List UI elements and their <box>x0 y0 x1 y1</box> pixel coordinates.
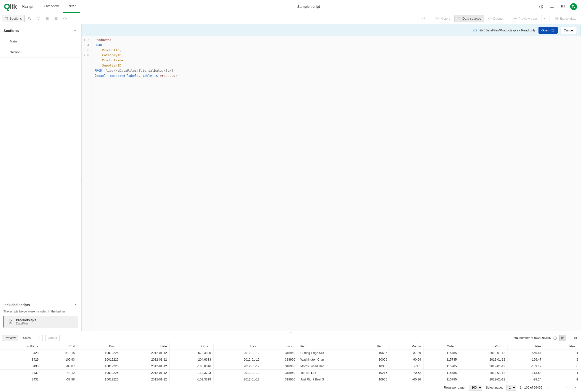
column-header[interactable]: Orde… <box>424 343 459 350</box>
table-cell: -71.1 <box>390 363 424 370</box>
first-page-button[interactable] <box>546 385 551 390</box>
svg-point-37 <box>475 29 475 30</box>
column-header[interactable]: Sales… <box>544 343 581 350</box>
included-scripts-header[interactable]: Included scripts <box>0 300 81 310</box>
included-scripts-title: Included scripts <box>4 303 30 307</box>
table-cell: 2012-01-12 <box>459 350 508 356</box>
table-cell: 2012-01-12 <box>459 356 508 363</box>
code-editor[interactable]: 1 2 3 4 5 6 7 8 Products: LOAD ProductID… <box>82 36 581 331</box>
outdent-button[interactable] <box>52 15 60 22</box>
info-icon[interactable] <box>553 336 557 340</box>
output-tab[interactable]: Output <box>45 335 60 341</box>
column-header[interactable]: ↑≡%KEY <box>0 343 41 350</box>
page-title: Sample script <box>80 5 538 8</box>
table-row[interactable]: 3431-43.12100122262012-01-12-118.3703201… <box>0 370 581 376</box>
apps-icon[interactable] <box>559 3 566 10</box>
table-cell: 2012-01-12 <box>459 376 508 383</box>
svg-rect-51 <box>576 338 577 339</box>
table-cell: Moms Sliced Han <box>298 363 355 370</box>
sections-header: Sections <box>0 24 81 36</box>
view-grid-icon[interactable] <box>572 335 579 341</box>
horizontal-resize-handle[interactable]: ═ <box>0 331 581 333</box>
prev-page-button[interactable] <box>554 385 560 390</box>
view-list-icon[interactable] <box>566 335 572 341</box>
table-cell: 2012-01-12 <box>214 376 262 383</box>
sections-toggle[interactable]: Sections <box>2 15 24 22</box>
comment-button[interactable] <box>35 15 42 22</box>
table-row[interactable]: 3430-88.07100122262012-01-12-165.8016201… <box>0 363 581 370</box>
column-header[interactable]: Cust… <box>78 343 121 350</box>
column-header[interactable]: Invoi… <box>262 343 298 350</box>
toolbar-help-button[interactable] <box>62 15 69 22</box>
table-cell: -550.44 <box>508 350 544 356</box>
column-header[interactable]: Item … <box>355 343 390 350</box>
data-sources-button[interactable]: Data sources <box>454 15 484 22</box>
table-cell: -37.29 <box>390 350 424 356</box>
included-script-name: Products.qvs <box>16 318 36 322</box>
table-row[interactable]: 3432-37.98100122262012-01-12-102.3319201… <box>0 376 581 383</box>
debug-label: Debug <box>493 17 502 20</box>
svg-point-23 <box>458 17 460 18</box>
table-cell: Cutting Edge Slic <box>298 350 355 356</box>
info-icon <box>473 28 477 32</box>
debug-button[interactable]: Debug <box>486 15 505 22</box>
select-page-select[interactable]: 1 <box>506 385 516 391</box>
column-header[interactable]: Prom… <box>459 343 508 350</box>
search-button[interactable] <box>26 15 34 22</box>
indent-button[interactable] <box>44 15 51 22</box>
sections-list: Main Section <box>0 36 81 58</box>
help-icon[interactable] <box>538 3 545 10</box>
column-header[interactable]: Item … <box>298 343 355 350</box>
table-cell: -102.3319 <box>170 376 214 383</box>
view-table-icon[interactable] <box>560 335 566 341</box>
add-section-button[interactable] <box>72 27 78 33</box>
included-script-card[interactable]: Products.qvs DataFiles <box>4 316 78 328</box>
table-row[interactable]: 3429-105.93100122262012-01-12-204.663820… <box>0 356 581 363</box>
pager: Rows per page: 100 Select page: 1 1 - 10… <box>0 383 581 392</box>
last-page-button[interactable] <box>572 385 578 390</box>
next-page-button[interactable] <box>563 385 569 390</box>
column-header[interactable]: Gros… <box>170 343 214 350</box>
preview-dropdown[interactable] <box>541 15 547 22</box>
section-item-section[interactable]: Section <box>0 47 81 58</box>
preview-panel: Preview Sales Output Total number of row… <box>0 333 581 392</box>
preview-data-button[interactable]: Preview data <box>510 15 540 22</box>
table-cell: 115785 <box>424 350 459 356</box>
preview-table-wrap[interactable]: ↑≡%KEYCostCust…DateGros…Invoi…Invoi…Item… <box>0 343 581 383</box>
export-data-button[interactable]: Export data <box>552 15 579 22</box>
redo-button[interactable] <box>420 15 428 22</box>
preview-table-select[interactable]: Sales <box>21 335 42 341</box>
column-header[interactable]: Margin <box>390 343 424 350</box>
column-header[interactable]: Cost <box>41 343 78 350</box>
table-cell: 2012-01-12 <box>214 370 262 376</box>
column-header[interactable]: Date <box>121 343 169 350</box>
svg-rect-11 <box>5 17 8 20</box>
code-content[interactable]: Products: LOAD ProductID, CategoryID, Pr… <box>92 36 182 331</box>
table-cell: 318960 <box>262 350 298 356</box>
table-cell: 3430 <box>0 363 41 370</box>
rows-per-page-select[interactable]: 100 <box>469 385 482 391</box>
table-cell: 115785 <box>424 356 459 363</box>
tab-editor[interactable]: Editor <box>63 0 80 13</box>
sidebar-resize-handle[interactable]: || <box>80 178 82 184</box>
svg-point-1 <box>541 7 541 7</box>
section-item-main[interactable]: Main <box>0 36 81 47</box>
rows-per-page-label: Rows per page: <box>444 386 466 389</box>
notice-path: lib://DataFiles/Products.qvs - Read only <box>480 28 536 32</box>
history-button[interactable]: History <box>432 15 453 22</box>
preview-tab[interactable]: Preview <box>2 335 18 341</box>
avatar[interactable]: TL <box>570 3 577 10</box>
column-header[interactable]: Invoi… <box>214 343 262 350</box>
bell-icon[interactable] <box>548 3 556 10</box>
cancel-button[interactable]: Cancel <box>560 27 577 34</box>
tab-overview[interactable]: Overview <box>40 0 63 13</box>
preview-toolbar: Preview Sales Output Total number of row… <box>0 333 581 343</box>
undo-button[interactable] <box>411 15 418 22</box>
table-row[interactable]: 3428-513.15100122262012-01-12-573.383520… <box>0 350 581 356</box>
open-button[interactable]: Open <box>538 27 558 34</box>
table-cell: -70.52 <box>390 370 424 376</box>
page-range: 1 - 100 of 96466 <box>520 386 542 389</box>
column-header[interactable]: Sales <box>508 343 544 350</box>
brand-q: Q <box>4 2 10 11</box>
table-cell: -2 <box>544 356 581 363</box>
